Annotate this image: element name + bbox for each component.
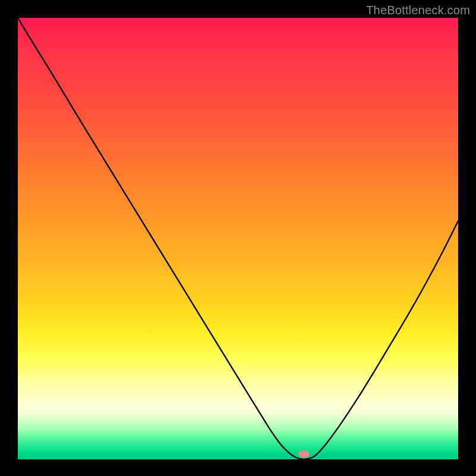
curve-path bbox=[18, 18, 458, 459]
chart-frame: TheBottleneck.com bbox=[0, 0, 476, 476]
plot-area bbox=[18, 18, 458, 459]
optimum-marker bbox=[299, 450, 309, 458]
bottleneck-curve bbox=[18, 18, 458, 459]
watermark-text: TheBottleneck.com bbox=[366, 4, 470, 17]
